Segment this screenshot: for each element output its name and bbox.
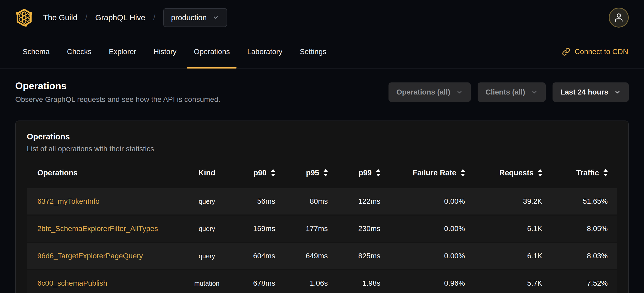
operation-p90: 678ms bbox=[229, 279, 275, 287]
card-subtitle: List of all operations with their statis… bbox=[27, 145, 617, 153]
breadcrumb-separator: / bbox=[85, 13, 87, 22]
operation-requests: 39.2K bbox=[465, 197, 542, 206]
tab-checks[interactable]: Checks bbox=[60, 35, 98, 68]
operations-table: Operations Kind p90 p95 p99 Failure Rate… bbox=[27, 163, 617, 293]
user-avatar-button[interactable] bbox=[609, 8, 629, 28]
table-row: 2bfc_SchemaExplorerFilter_AllTypes query… bbox=[27, 216, 617, 243]
operation-requests: 5.7K bbox=[465, 279, 542, 287]
app-header: The Guild / GraphQL Hive / production bbox=[0, 0, 644, 35]
column-header-p95[interactable]: p95 bbox=[275, 169, 328, 177]
sort-up-down-icon[interactable] bbox=[376, 169, 380, 176]
clients-filter-dropdown[interactable]: Clients (all) bbox=[478, 82, 546, 102]
operation-failure-rate: 0.00% bbox=[380, 197, 465, 206]
chevron-down-icon bbox=[614, 89, 621, 96]
operation-name-link[interactable]: 2bfc_SchemaExplorerFilter_AllTypes bbox=[27, 224, 185, 233]
column-header-p90[interactable]: p90 bbox=[229, 169, 275, 177]
column-header-traffic[interactable]: Traffic bbox=[542, 169, 608, 177]
table-row: 6372_myTokenInfo query 56ms 80ms 122ms 0… bbox=[27, 188, 617, 216]
operation-requests: 6.1K bbox=[465, 252, 542, 260]
chevron-down-icon bbox=[531, 89, 538, 96]
page-title: Operations bbox=[15, 81, 220, 92]
tab-explorer[interactable]: Explorer bbox=[102, 35, 143, 68]
operation-traffic: 8.05% bbox=[542, 224, 608, 233]
breadcrumb-org[interactable]: The Guild bbox=[43, 13, 77, 22]
operations-card: Operations List of all operations with t… bbox=[15, 121, 629, 293]
operation-traffic: 51.65% bbox=[542, 197, 608, 206]
operation-failure-rate: 0.00% bbox=[380, 224, 465, 233]
operation-kind: mutation bbox=[185, 280, 229, 287]
breadcrumb-project[interactable]: GraphQL Hive bbox=[95, 13, 145, 22]
time-period-label: Last 24 hours bbox=[560, 88, 608, 96]
page-title-block: Operations Observe GraphQL requests and … bbox=[15, 81, 220, 104]
operations-filter-dropdown[interactable]: Operations (all) bbox=[389, 82, 471, 102]
connect-to-cdn-label: Connect to CDN bbox=[575, 48, 628, 56]
operation-name-link[interactable]: 96d6_TargetExplorerPageQuery bbox=[27, 252, 185, 260]
tab-settings[interactable]: Settings bbox=[293, 35, 333, 68]
table-row: 6c00_schemaPublish mutation 678ms 1.06s … bbox=[27, 270, 617, 293]
operation-failure-rate: 0.96% bbox=[380, 279, 465, 287]
time-period-dropdown[interactable]: Last 24 hours bbox=[553, 82, 629, 102]
sort-up-down-icon[interactable] bbox=[271, 169, 275, 176]
connect-to-cdn-button[interactable]: Connect to CDN bbox=[562, 48, 628, 56]
operation-p99: 1.98s bbox=[328, 279, 380, 287]
tab-laboratory[interactable]: Laboratory bbox=[240, 35, 289, 68]
table-body: 6372_myTokenInfo query 56ms 80ms 122ms 0… bbox=[27, 188, 617, 293]
column-header-kind: Kind bbox=[185, 169, 229, 177]
operation-traffic: 7.52% bbox=[542, 279, 608, 287]
column-header-requests[interactable]: Requests bbox=[465, 169, 542, 177]
operation-p99: 122ms bbox=[328, 197, 380, 206]
column-header-p99[interactable]: p99 bbox=[328, 169, 380, 177]
guild-logo-icon[interactable] bbox=[15, 8, 33, 27]
operation-p99: 825ms bbox=[328, 252, 380, 260]
sort-up-down-icon[interactable] bbox=[324, 169, 328, 176]
target-selector-dropdown[interactable]: production bbox=[163, 8, 227, 27]
operation-kind: query bbox=[185, 225, 229, 233]
tab-history[interactable]: History bbox=[147, 35, 183, 68]
operation-p95: 177ms bbox=[275, 224, 328, 233]
sort-up-down-icon[interactable] bbox=[538, 169, 542, 176]
card-title: Operations bbox=[27, 132, 617, 142]
main-content: Operations Observe GraphQL requests and … bbox=[0, 81, 644, 293]
chevron-down-icon bbox=[212, 14, 219, 21]
operation-kind: query bbox=[185, 252, 229, 260]
column-header-failure-rate[interactable]: Failure Rate bbox=[380, 169, 465, 177]
sort-up-down-icon[interactable] bbox=[461, 169, 465, 176]
chevron-down-icon bbox=[456, 89, 463, 96]
operation-p95: 80ms bbox=[275, 197, 328, 206]
operation-kind: query bbox=[185, 198, 229, 205]
operation-p90: 169ms bbox=[229, 224, 275, 233]
operation-requests: 6.1K bbox=[465, 224, 542, 233]
tab-schema[interactable]: Schema bbox=[16, 35, 57, 68]
operation-name-link[interactable]: 6c00_schemaPublish bbox=[27, 279, 185, 287]
filter-bar: Operations (all) Clients (all) Last 24 h… bbox=[389, 82, 629, 102]
clients-filter-label: Clients (all) bbox=[485, 88, 525, 96]
table-header-row: Operations Kind p90 p95 p99 Failure Rate… bbox=[27, 163, 617, 183]
operation-p95: 1.06s bbox=[275, 279, 328, 287]
tab-operations[interactable]: Operations bbox=[187, 35, 237, 68]
operation-name-link[interactable]: 6372_myTokenInfo bbox=[27, 197, 185, 206]
operation-traffic: 8.03% bbox=[542, 252, 608, 260]
user-person-icon bbox=[614, 13, 624, 23]
page-subtitle: Observe GraphQL requests and see how the… bbox=[15, 95, 220, 104]
sort-up-down-icon[interactable] bbox=[604, 169, 608, 176]
target-selector-value: production bbox=[171, 13, 207, 22]
breadcrumb-separator: / bbox=[153, 13, 155, 22]
operation-p99: 230ms bbox=[328, 224, 380, 233]
operation-failure-rate: 0.00% bbox=[380, 252, 465, 260]
column-header-operations: Operations bbox=[27, 169, 185, 177]
operations-filter-label: Operations (all) bbox=[396, 88, 450, 96]
link-chain-icon bbox=[562, 48, 570, 56]
operation-p95: 649ms bbox=[275, 252, 328, 260]
operation-p90: 56ms bbox=[229, 197, 275, 206]
table-row: 96d6_TargetExplorerPageQuery query 604ms… bbox=[27, 243, 617, 270]
operation-p90: 604ms bbox=[229, 252, 275, 260]
main-nav-tabs: Schema Checks Explorer History Operation… bbox=[0, 35, 644, 69]
